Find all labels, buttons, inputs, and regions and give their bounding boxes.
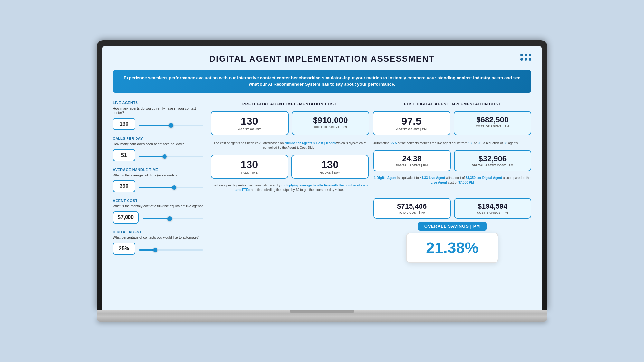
app-content: DIGITAL AGENT IMPLEMENTATION ASSESSMENT … [102, 46, 542, 271]
pre-hours-day-value: 130 [297, 159, 363, 170]
left-panel: LIVE AGENTS How many agents do you curre… [113, 101, 203, 263]
screen: DIGITAL AGENT IMPLEMENTATION ASSESSMENT … [102, 46, 542, 310]
post-agent-count-card: 97.5 AGENT COUNT | PM [373, 111, 450, 135]
live-agents-desc: How many agents do you currently have in… [113, 106, 203, 115]
calls-per-day-slider[interactable] [139, 153, 203, 157]
screen-bezel: DIGITAL AGENT IMPLEMENTATION ASSESSMENT … [97, 40, 547, 310]
post-bottom-metrics: $715,406 TOTAL COST | PM $194,594 COST S… [373, 198, 531, 219]
pre-agent-count-value: 130 [216, 116, 283, 127]
post-section-title: POST DIGITAL AGENT IMPLEMENTATION COST [374, 101, 531, 107]
digital-agent-desc: What percentage of contacts you would li… [113, 235, 203, 240]
overall-savings-card: 21.38% [406, 233, 498, 263]
pre-note-link: Number of Agents × Cost | Month [285, 141, 336, 145]
live-agents-slider[interactable] [139, 122, 203, 126]
avg-handle-time-value[interactable]: 390 [113, 180, 135, 192]
top-metrics-row: 130 AGENT COUNT $910,000 COST OF AGENT |… [211, 111, 531, 135]
pre-talk-time-label: TALK TIME [216, 171, 282, 174]
post-cost-savings-value: $194,594 [460, 203, 526, 210]
digital-agent-slider[interactable] [139, 247, 203, 251]
agent-cost-label: AGENT COST [113, 199, 203, 203]
pre-talk-time-card: 130 TALK TIME [211, 155, 288, 179]
post-col: Automating 25% of the contacts reduces t… [373, 140, 531, 194]
app-header: DIGITAL AGENT IMPLEMENTATION ASSESSMENT [113, 54, 531, 64]
hours-note: The hours per day metric has been calcul… [211, 182, 369, 194]
avg-handle-time-slider[interactable] [139, 184, 203, 188]
calls-per-day-row: 51 [113, 149, 203, 161]
post-digital-cost-value: $32,906 [460, 155, 526, 163]
post-note1: Automating 25% of the contacts reduces t… [373, 140, 531, 147]
avg-handle-time-desc: What is the average talk time (in second… [113, 173, 203, 178]
post-total-cost-value: $715,406 [379, 203, 445, 210]
post-digital-cost-label: DIGITAL AGENT COST | PM [460, 164, 526, 167]
digital-agent-group: DIGITAL AGENT What percentage of contact… [113, 230, 203, 255]
calls-per-day-label: CALLS PER DAY [113, 137, 203, 140]
pre-section-title: PRE DIGITAL AGENT IMPLEMENTATION COST [211, 101, 368, 107]
live-agents-group: LIVE AGENTS How many agents do you curre… [113, 101, 203, 130]
page-title: DIGITAL AGENT IMPLEMENTATION ASSESSMENT [209, 54, 435, 64]
live-agents-label: LIVE AGENTS [113, 101, 203, 105]
post-bottom: $715,406 TOTAL COST | PM $194,594 COST S… [373, 198, 531, 263]
overall-savings-section: OVERALL SAVINGS | PM 21.38% [373, 222, 531, 263]
post-digital-agent-value: 24.38 [379, 155, 445, 163]
calls-per-day-value[interactable]: 51 [113, 149, 135, 161]
post-cost-savings-card: $194,594 COST SAVINGS | PM [454, 198, 532, 219]
pre-hours-day-label: HOURS | DAY [297, 171, 363, 174]
digital-agent-label: DIGITAL AGENT [113, 230, 203, 234]
post-note2: 1 Digital Agent is equivalent to ~1.33 L… [373, 175, 531, 186]
post-total-cost-label: TOTAL COST | PM [379, 211, 445, 214]
agent-cost-slider[interactable] [143, 215, 203, 219]
digital-agent-row: 25% [113, 243, 203, 255]
pre-cost-agent-label: COST OF AGENT | PM [298, 125, 364, 129]
live-agents-row: 130 [113, 118, 203, 130]
menu-dots-icon[interactable] [520, 54, 531, 61]
banner: Experience seamless performance evaluati… [113, 70, 531, 93]
pre-talk-time-value: 130 [216, 159, 282, 170]
pre-agent-count-card: 130 AGENT COUNT [211, 111, 289, 135]
banner-text: Experience seamless performance evaluati… [120, 75, 524, 88]
agent-cost-value[interactable]: $7,000 [113, 211, 139, 224]
post-cost-agent-card: $682,500 COST OF AGENT | PM [454, 111, 532, 135]
avg-handle-time-group: AVERAGE HANDLE TIME What is the average … [113, 168, 203, 193]
post-digital-agent-card: 24.38 DIGITAL AGENT | PM [373, 150, 451, 171]
laptop-base [97, 310, 547, 317]
hours-note-link: multiplying average handle time with the… [236, 184, 368, 192]
calls-per-day-desc: How many calls does each agent take per … [113, 142, 203, 147]
post-cost-agent-label: COST OF AGENT | PM [459, 125, 526, 128]
agent-cost-group: AGENT COST What is the monthly cost of a… [113, 199, 203, 224]
right-panel: PRE DIGITAL AGENT IMPLEMENTATION COST PO… [211, 101, 531, 263]
laptop-bottom [97, 317, 547, 322]
content-body: The cost of agents has been calculated b… [211, 140, 531, 194]
pre-hours-day-card: 130 HOURS | DAY [291, 155, 369, 179]
post-total-cost-card: $715,406 TOTAL COST | PM [373, 198, 451, 219]
laptop-frame: DIGITAL AGENT IMPLEMENTATION ASSESSMENT … [97, 40, 547, 322]
pre-cost-agent-value: $910,000 [298, 116, 364, 125]
pre-note: The cost of agents has been calculated b… [211, 140, 369, 151]
post-cost-savings-label: COST SAVINGS | PM [460, 211, 526, 214]
post-agent-count-value: 97.5 [378, 116, 445, 127]
overall-savings-value: 21.38% [426, 239, 478, 257]
post-digital-cost-card: $32,906 DIGITAL AGENT COST | PM [454, 150, 532, 171]
avg-handle-time-row: 390 [113, 180, 203, 192]
agent-cost-row: $7,000 [113, 211, 203, 224]
section-labels: PRE DIGITAL AGENT IMPLEMENTATION COST PO… [211, 101, 531, 107]
live-agents-value[interactable]: 130 [113, 118, 135, 130]
main-grid: LIVE AGENTS How many agents do you curre… [113, 101, 531, 263]
digital-agent-value[interactable]: 25% [113, 243, 135, 255]
overall-savings-badge: OVERALL SAVINGS | PM [418, 222, 487, 231]
post-agent-count-label: AGENT COUNT | PM [378, 128, 445, 131]
post-cost-agent-value: $682,500 [459, 116, 526, 124]
pre-agent-count-label: AGENT COUNT [216, 128, 283, 131]
pre-col: The cost of agents has been calculated b… [211, 140, 369, 194]
calls-per-day-group: CALLS PER DAY How many calls does each a… [113, 137, 203, 161]
pre-talk-hours-row: 130 TALK TIME 130 HOURS | DAY [211, 155, 369, 179]
avg-handle-time-label: AVERAGE HANDLE TIME [113, 168, 203, 172]
post-digital-row: 24.38 DIGITAL AGENT | PM $32,906 DIGITAL… [373, 150, 531, 171]
agent-cost-desc: What is the monthly cost of a full-time … [113, 204, 203, 209]
post-digital-agent-label: DIGITAL AGENT | PM [379, 164, 445, 167]
pre-cost-agent-card: $910,000 COST OF AGENT | PM [292, 111, 370, 135]
